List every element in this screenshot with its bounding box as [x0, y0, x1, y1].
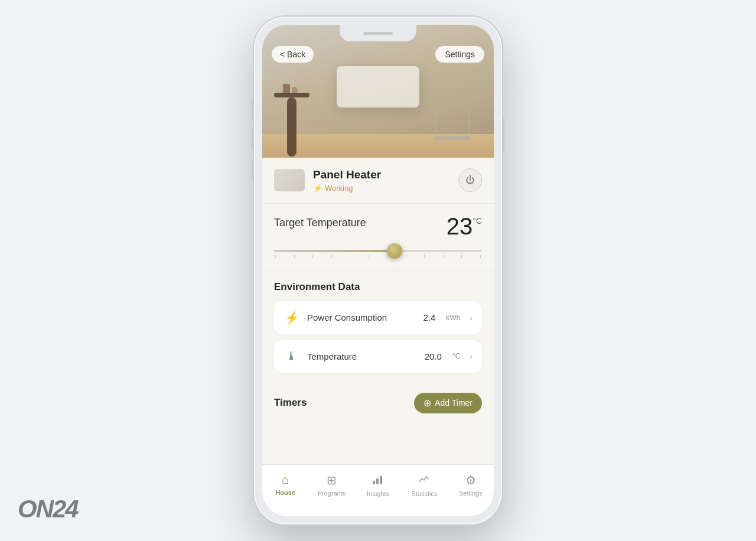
settings-label: Settings	[445, 50, 475, 59]
chair-seat	[435, 137, 470, 140]
temperature-env-chevron: ›	[470, 351, 472, 361]
settings-button[interactable]: Settings	[435, 46, 484, 63]
add-timer-label: Add Timer	[435, 398, 472, 408]
phone-screen: < Back Settings Panel Heater ⚡ Working	[262, 25, 494, 516]
temperature-env-unit: °C	[452, 352, 460, 360]
phone-device: < Back Settings Panel Heater ⚡ Working	[254, 17, 502, 524]
tick	[461, 255, 462, 258]
device-row: Panel Heater ⚡ Working ⏻	[262, 158, 494, 204]
tick	[424, 255, 425, 258]
table-top	[274, 93, 309, 97]
timers-title: Timers	[274, 397, 307, 409]
temperature-slider-container[interactable]	[274, 246, 482, 262]
environment-section: Environment Data ⚡ Power Consumption 2.4…	[262, 270, 494, 383]
tick	[275, 255, 276, 258]
header-image: < Back Settings	[262, 25, 494, 158]
temperature-section: Target Temperature 23 °C	[262, 204, 494, 270]
insights-nav-icon	[372, 473, 384, 488]
slider-track	[274, 250, 482, 252]
temperature-number: 23	[447, 214, 473, 238]
svg-rect-0	[373, 481, 375, 484]
device-thumbnail	[274, 169, 305, 191]
screen-content: < Back Settings Panel Heater ⚡ Working	[262, 25, 494, 516]
bottom-navigation: ⌂ House ⊞ Programs Insights	[262, 464, 494, 516]
device-status: ⚡ Working	[313, 184, 450, 193]
table-leg	[287, 97, 296, 157]
table-decoration	[274, 81, 309, 158]
tick	[406, 255, 406, 258]
settings-nav-label: Settings	[459, 490, 483, 497]
temperature-env-label: Temperature	[307, 351, 418, 361]
tick	[443, 255, 444, 258]
tick	[480, 255, 481, 258]
slider-fill	[274, 250, 395, 252]
house-nav-label: House	[275, 489, 295, 496]
status-text: Working	[325, 184, 353, 193]
temperature-env-card[interactable]: 🌡 Temperature 20.0 °C ›	[274, 340, 482, 373]
temperature-label: Target Temperature	[274, 217, 366, 229]
svg-rect-1	[376, 478, 379, 484]
nav-item-programs[interactable]: ⊞ Programs	[308, 471, 354, 497]
power-consumption-label: Power Consumption	[307, 312, 416, 322]
environment-title: Environment Data	[274, 281, 482, 293]
device-name: Panel Heater	[313, 168, 450, 182]
scrollable-area: Panel Heater ⚡ Working ⏻ Target Temperat…	[262, 158, 494, 516]
tick	[331, 255, 332, 258]
settings-nav-icon: ⚙	[465, 473, 476, 487]
temperature-unit: °C	[472, 217, 482, 225]
power-consumption-icon: ⚡	[284, 311, 300, 325]
power-consumption-unit: kWh	[446, 314, 460, 322]
statistics-nav-label: Statistics	[411, 490, 437, 497]
slider-ticks	[274, 252, 482, 258]
back-button[interactable]: < Back	[272, 46, 314, 63]
temperature-env-value: 20.0	[425, 351, 442, 361]
add-timer-button[interactable]: ⊕ Add Timer	[414, 393, 482, 413]
statistics-nav-icon	[418, 473, 430, 488]
tick	[350, 255, 350, 258]
status-bolt-icon: ⚡	[313, 184, 322, 193]
table-item-1	[283, 84, 290, 93]
power-consumption-card[interactable]: ⚡ Power Consumption 2.4 kWh ›	[274, 301, 482, 334]
nav-item-insights[interactable]: Insights	[355, 471, 401, 497]
programs-nav-label: Programs	[318, 490, 346, 497]
power-consumption-value: 2.4	[423, 312, 435, 322]
svg-rect-2	[380, 476, 382, 484]
phone-notch	[340, 25, 416, 41]
house-nav-icon: ⌂	[282, 473, 289, 487]
power-consumption-chevron: ›	[470, 313, 472, 322]
chair-back	[435, 102, 470, 137]
temperature-value: 23 °C	[447, 214, 482, 238]
notch-speaker	[363, 32, 393, 35]
power-icon: ⏻	[465, 175, 475, 185]
insights-nav-label: Insights	[367, 490, 389, 497]
tick	[294, 255, 295, 258]
slider-thumb[interactable]	[387, 243, 402, 259]
heater-panel	[337, 66, 419, 107]
temperature-row: Target Temperature 23 °C	[274, 214, 482, 238]
device-info: Panel Heater ⚡ Working	[313, 168, 450, 193]
timers-section: Timers ⊕ Add Timer	[262, 383, 494, 423]
back-label: < Back	[280, 50, 305, 59]
chair-decoration	[429, 87, 476, 158]
tick	[312, 255, 313, 258]
watermark: ON24	[18, 495, 78, 523]
nav-item-house[interactable]: ⌂ House	[262, 471, 308, 496]
tick	[369, 255, 369, 258]
add-timer-plus-icon: ⊕	[423, 397, 431, 409]
programs-nav-icon: ⊞	[327, 473, 337, 487]
nav-item-settings[interactable]: ⚙ Settings	[448, 471, 494, 497]
power-button[interactable]: ⏻	[458, 168, 482, 192]
nav-item-statistics[interactable]: Statistics	[401, 471, 447, 497]
tick	[387, 255, 387, 258]
temperature-env-icon: 🌡	[284, 350, 300, 363]
